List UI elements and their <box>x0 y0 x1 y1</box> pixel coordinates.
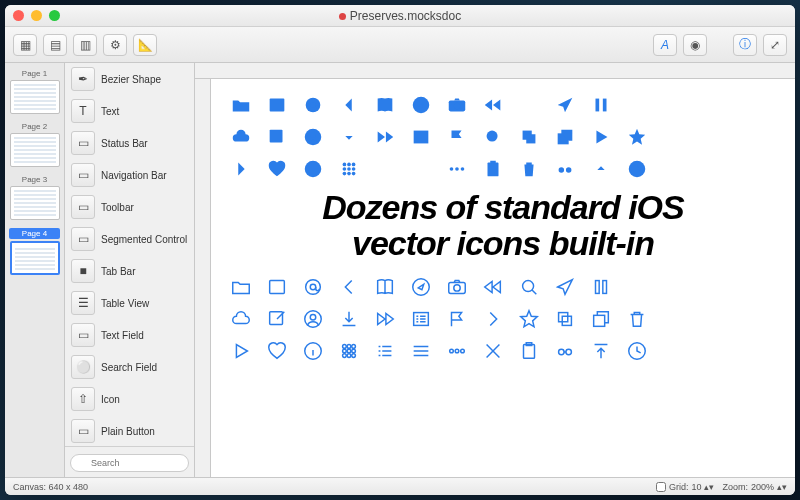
grid-icon[interactable] <box>337 339 360 362</box>
close-icon[interactable] <box>481 339 504 362</box>
pause-icon[interactable] <box>589 275 612 298</box>
element-item-text-field[interactable]: ▭Text Field <box>65 319 194 351</box>
page-thumb-4[interactable]: Page 4 <box>9 228 60 275</box>
grid-toggle[interactable]: Grid: 10 ▴▾ <box>656 482 715 492</box>
upload-icon[interactable] <box>589 339 612 362</box>
toolbar-color-wheel-icon[interactable]: ◉ <box>683 34 707 56</box>
element-item-bezier-shape[interactable]: ✒Bezier Shape <box>65 63 194 95</box>
zoom-control[interactable]: Zoom: 200% ▴▾ <box>722 482 787 492</box>
book-icon[interactable] <box>373 93 396 116</box>
list-icon[interactable] <box>373 157 396 180</box>
glasses-icon[interactable] <box>553 157 576 180</box>
location-icon[interactable] <box>553 93 576 116</box>
box-icon[interactable] <box>265 93 288 116</box>
toolbar-folder-open-icon[interactable]: ▥ <box>73 34 97 56</box>
page-thumb-2[interactable]: Page 2 <box>9 122 60 167</box>
search-input[interactable] <box>70 454 189 472</box>
menu-icon[interactable] <box>409 157 432 180</box>
toolbar-info-icon[interactable]: ⓘ <box>733 34 757 56</box>
toolbar-gear-icon[interactable]: ⚙ <box>103 34 127 56</box>
list-star-icon[interactable] <box>409 125 432 148</box>
chevron-right-icon[interactable] <box>229 157 252 180</box>
play-icon[interactable] <box>229 339 252 362</box>
trash-icon[interactable] <box>625 307 648 330</box>
user-icon[interactable] <box>301 307 324 330</box>
heart-icon[interactable] <box>265 157 288 180</box>
zoom-window-icon[interactable] <box>49 10 60 21</box>
fastforward-icon[interactable] <box>373 125 396 148</box>
star-icon[interactable] <box>517 307 540 330</box>
glasses-icon[interactable] <box>553 339 576 362</box>
info-icon[interactable] <box>301 157 324 180</box>
flag-icon[interactable] <box>445 307 468 330</box>
chevron-left-icon[interactable] <box>337 93 360 116</box>
chevron-left-icon[interactable] <box>337 275 360 298</box>
compose-icon[interactable] <box>265 307 288 330</box>
folder-icon[interactable] <box>229 275 252 298</box>
box-icon[interactable] <box>265 275 288 298</box>
upload-icon[interactable] <box>589 157 612 180</box>
close-window-icon[interactable] <box>13 10 24 21</box>
list-star-icon[interactable] <box>409 307 432 330</box>
clipboard-icon[interactable] <box>481 157 504 180</box>
compose-icon[interactable] <box>265 125 288 148</box>
element-item-toolbar[interactable]: ▭Toolbar <box>65 191 194 223</box>
toolbar-ruler-icon[interactable]: 📐 <box>133 34 157 56</box>
element-item-plain-button[interactable]: ▭Plain Button <box>65 415 194 446</box>
element-item-text[interactable]: TText <box>65 95 194 127</box>
element-item-table-view[interactable]: ☰Table View <box>65 287 194 319</box>
trash-icon[interactable] <box>517 157 540 180</box>
minimize-window-icon[interactable] <box>31 10 42 21</box>
compass-icon[interactable] <box>409 275 432 298</box>
toolbar-text-style-icon[interactable]: A <box>653 34 677 56</box>
element-item-tab-bar[interactable]: ■Tab Bar <box>65 255 194 287</box>
element-item-segmented-control[interactable]: ▭Segmented Control <box>65 223 194 255</box>
toolbar-expand-icon[interactable]: ⤢ <box>763 34 787 56</box>
more-icon[interactable] <box>445 339 468 362</box>
toolbar-folder-icon[interactable]: ▤ <box>43 34 67 56</box>
flag-icon[interactable] <box>445 125 468 148</box>
cloud-icon[interactable] <box>229 125 252 148</box>
element-item-navigation-bar[interactable]: ▭Navigation Bar <box>65 159 194 191</box>
user-icon[interactable] <box>301 125 324 148</box>
canvas[interactable]: Dozens of standard iOS vector icons buil… <box>211 79 795 477</box>
clipboard-icon[interactable] <box>517 339 540 362</box>
rewind-icon[interactable] <box>481 275 504 298</box>
book-icon[interactable] <box>373 275 396 298</box>
stack-icon[interactable] <box>589 307 612 330</box>
more-icon[interactable] <box>445 157 468 180</box>
headline-text[interactable]: Dozens of standard iOS vector icons buil… <box>229 190 777 261</box>
grid-icon[interactable] <box>337 157 360 180</box>
menu-icon[interactable] <box>409 339 432 362</box>
info-icon[interactable] <box>301 339 324 362</box>
search-icon[interactable] <box>481 125 504 148</box>
fastforward-icon[interactable] <box>373 307 396 330</box>
location-icon[interactable] <box>553 275 576 298</box>
toolbar-document-icon[interactable]: ▦ <box>13 34 37 56</box>
copy-icon[interactable] <box>517 125 540 148</box>
page-thumb-3[interactable]: Page 3 <box>9 175 60 220</box>
chevron-right-icon[interactable] <box>481 307 504 330</box>
heart-icon[interactable] <box>265 339 288 362</box>
at-icon[interactable] <box>301 93 324 116</box>
at-icon[interactable] <box>301 275 324 298</box>
cloud-icon[interactable] <box>229 307 252 330</box>
element-item-status-bar[interactable]: ▭Status Bar <box>65 127 194 159</box>
folder-icon[interactable] <box>229 93 252 116</box>
page-thumb-1[interactable]: Page 1 <box>9 69 60 114</box>
download-icon[interactable] <box>337 307 360 330</box>
camera-icon[interactable] <box>445 93 468 116</box>
star-icon[interactable] <box>625 125 648 148</box>
pause-icon[interactable] <box>589 93 612 116</box>
rewind-icon[interactable] <box>481 93 504 116</box>
camera-icon[interactable] <box>445 275 468 298</box>
clock-icon[interactable] <box>625 339 648 362</box>
copy-icon[interactable] <box>553 307 576 330</box>
play-icon[interactable] <box>589 125 612 148</box>
element-item-icon[interactable]: ⇧Icon <box>65 383 194 415</box>
close-icon[interactable] <box>517 93 540 116</box>
download-icon[interactable] <box>337 125 360 148</box>
list-icon[interactable] <box>373 339 396 362</box>
search-icon[interactable] <box>517 275 540 298</box>
compass-icon[interactable] <box>409 93 432 116</box>
